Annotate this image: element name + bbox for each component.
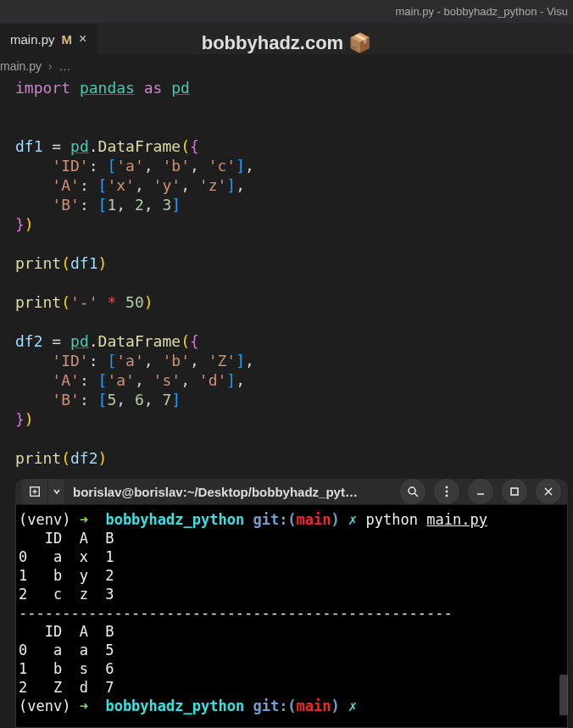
new-tab-dropdown[interactable] bbox=[47, 479, 64, 504]
terminal-scrollbar[interactable] bbox=[559, 675, 568, 715]
code-editor[interactable]: import pandas as pd df1 = pd.DataFrame({… bbox=[0, 75, 573, 471]
svg-point-6 bbox=[446, 491, 448, 493]
svg-point-7 bbox=[446, 495, 448, 497]
new-tab-icon bbox=[29, 486, 41, 497]
terminal-title: borislav@borislav:~/Desktop/bobbyhadz_py… bbox=[73, 485, 392, 499]
terminal-window: borislav@borislav:~/Desktop/bobbyhadz_py… bbox=[15, 479, 568, 728]
terminal-header: borislav@borislav:~/Desktop/bobbyhadz_py… bbox=[15, 479, 568, 505]
tab-close-icon[interactable]: × bbox=[79, 31, 86, 47]
terminal-menu-button[interactable] bbox=[434, 479, 459, 504]
search-icon bbox=[406, 485, 420, 498]
breadcrumb[interactable]: main.py › … bbox=[0, 54, 573, 75]
tab-modified-indicator: M bbox=[62, 32, 73, 47]
new-tab-button[interactable] bbox=[22, 479, 47, 504]
svg-point-3 bbox=[409, 487, 415, 494]
minimize-icon bbox=[476, 486, 486, 497]
window-titlebar: main.py - bobbyhadz_python - Visu bbox=[0, 0, 573, 24]
breadcrumb-file[interactable]: main.py bbox=[0, 59, 42, 73]
svg-line-4 bbox=[414, 493, 418, 497]
svg-point-5 bbox=[446, 486, 448, 489]
editor-tabs: main.py M × bbox=[0, 24, 573, 54]
terminal-close-button[interactable] bbox=[536, 479, 561, 504]
tab-filename: main.py bbox=[10, 32, 55, 47]
chevron-down-icon bbox=[53, 488, 60, 495]
tab-main-py[interactable]: main.py M × bbox=[0, 24, 97, 54]
terminal-body[interactable]: (venv) ➜ bobbyhadz_python git:(main) ✗ p… bbox=[15, 505, 568, 728]
terminal-newtab-group bbox=[22, 479, 64, 504]
breadcrumb-dots[interactable]: … bbox=[58, 59, 70, 73]
kebab-menu-icon bbox=[440, 485, 453, 498]
svg-rect-9 bbox=[511, 488, 518, 495]
maximize-icon bbox=[509, 486, 520, 497]
close-icon bbox=[543, 486, 554, 497]
terminal-search-button[interactable] bbox=[400, 479, 426, 504]
breadcrumb-separator: › bbox=[45, 59, 56, 73]
terminal-maximize-button[interactable] bbox=[502, 479, 527, 504]
window-title: main.py - bobbyhadz_python - Visu bbox=[395, 5, 568, 18]
terminal-minimize-button[interactable] bbox=[468, 479, 493, 504]
